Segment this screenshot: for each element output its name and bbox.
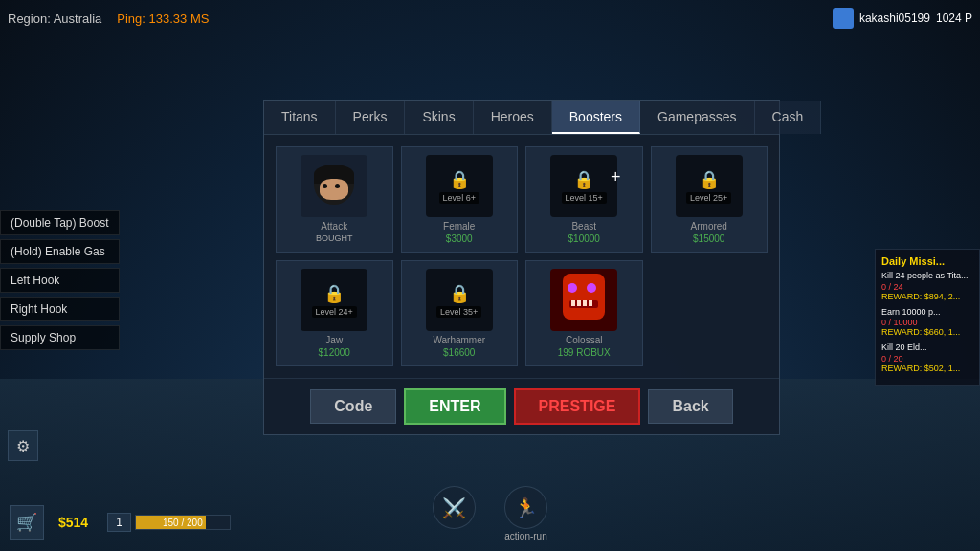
skin-name-attack: Attack bbox=[321, 221, 347, 231]
lock-icon-jaw: 🔒 bbox=[323, 283, 345, 304]
lock-overlay-warhammer: 🔒 Level 35+ bbox=[426, 269, 493, 331]
skin-card-armored[interactable]: 🔒 Level 25+ Armored $15000 bbox=[651, 146, 768, 253]
region-label: Region: Australia bbox=[8, 11, 101, 26]
gear-icon: ⚙ bbox=[16, 437, 30, 455]
level-badge: 1 bbox=[107, 513, 131, 532]
lock-level-beast: Level 15+ bbox=[562, 192, 607, 204]
back-button[interactable]: Back bbox=[648, 389, 732, 424]
action-run-label: action-run bbox=[504, 531, 547, 541]
mission-2-desc: Earn 10000 p... bbox=[881, 307, 973, 319]
skin-portrait-attack bbox=[301, 155, 368, 217]
lock-overlay-armored: 🔒 Level 25+ bbox=[676, 155, 743, 217]
settings-button[interactable]: ⚙ bbox=[8, 430, 38, 461]
xp-text: 150 / 200 bbox=[136, 516, 230, 529]
double-tap-boost-btn[interactable]: (Double Tap) Boost bbox=[0, 210, 120, 235]
mission-item-2: Earn 10000 p... 0 / 10000 REWARD: $660, … bbox=[881, 307, 973, 338]
lock-icon-female: 🔒 bbox=[449, 169, 470, 190]
player-score: 1024 P bbox=[936, 11, 972, 25]
player-info: kakashi05199 1024 P bbox=[833, 8, 972, 29]
tab-heroes[interactable]: Heroes bbox=[474, 101, 552, 134]
skin-name-beast: Beast bbox=[571, 221, 596, 231]
code-button[interactable]: Code bbox=[310, 389, 396, 424]
lock-overlay-beast: 🔒 Level 15+ bbox=[550, 155, 617, 217]
shop-modal: Titans Perks Skins Heroes Boosters Gamep… bbox=[263, 100, 780, 435]
skin-name-female: Female bbox=[443, 221, 475, 231]
server-info: Region: Australia Ping: 133.33 MS bbox=[8, 11, 209, 26]
tab-perks[interactable]: Perks bbox=[336, 101, 406, 134]
xp-section: 1 150 / 200 bbox=[107, 513, 231, 532]
skin-price-warhammer: $16600 bbox=[443, 347, 475, 358]
skin-portrait-armored: 🔒 Level 25+ bbox=[676, 155, 743, 217]
mission-1-desc: Kill 24 people as Tita... bbox=[881, 271, 973, 282]
skin-price-armored: $15000 bbox=[693, 233, 724, 244]
mission-2-progress: 0 / 10000 bbox=[881, 318, 973, 327]
top-bar: Region: Australia Ping: 133.33 MS kakash… bbox=[8, 8, 972, 29]
tab-cash[interactable]: Cash bbox=[755, 101, 822, 134]
tooth-2 bbox=[577, 300, 581, 306]
mission-1-progress: 0 / 24 bbox=[881, 282, 973, 292]
lock-overlay-jaw: 🔒 Level 24+ bbox=[301, 269, 368, 331]
shop-cart-icon: 🛒 bbox=[16, 512, 37, 533]
skin-card-female[interactable]: 🔒 Level 6+ Female $3000 bbox=[401, 146, 519, 253]
xp-bar: 150 / 200 bbox=[135, 515, 231, 530]
colossal-eye-left bbox=[568, 283, 577, 293]
mission-3-progress: 0 / 20 bbox=[881, 354, 973, 364]
ping-label: Ping: 133.33 MS bbox=[117, 11, 209, 26]
skin-portrait-jaw: 🔒 Level 24+ bbox=[301, 269, 368, 331]
tab-titans[interactable]: Titans bbox=[264, 101, 336, 134]
missions-title: Daily Missi... bbox=[881, 255, 973, 267]
tab-skins[interactable]: Skins bbox=[405, 101, 473, 134]
skin-portrait-beast: 🔒 Level 15+ bbox=[550, 155, 617, 217]
mission-3-reward: REWARD: $502, 1... bbox=[881, 364, 973, 373]
skin-price-female: $3000 bbox=[446, 233, 473, 244]
skin-card-warhammer[interactable]: 🔒 Level 35+ Warhammer $16600 bbox=[401, 260, 519, 366]
run-action-icon[interactable]: 🏃 bbox=[504, 486, 547, 529]
bottom-actions: ⚔️ 🏃 action-run bbox=[433, 486, 547, 541]
tooth-1 bbox=[571, 300, 575, 306]
skin-price-attack: BOUGHT bbox=[316, 233, 353, 243]
lock-level-armored: Level 25+ bbox=[686, 192, 731, 204]
right-hook-btn[interactable]: Right Hook bbox=[0, 297, 120, 321]
attack-skin bbox=[320, 179, 348, 200]
lock-level-jaw: Level 24+ bbox=[312, 306, 357, 318]
lock-overlay-female: 🔒 Level 6+ bbox=[426, 155, 493, 217]
skin-grid: Attack BOUGHT 🔒 Level 6+ Female $3000 🔒 … bbox=[264, 135, 779, 378]
shop-footer: Code ENTER PRESTIGE Back bbox=[264, 378, 779, 434]
skin-portrait-female: 🔒 Level 6+ bbox=[426, 155, 493, 217]
daily-missions-panel: Daily Missi... Kill 24 people as Tita...… bbox=[875, 249, 980, 386]
lock-level-warhammer: Level 35+ bbox=[436, 306, 481, 318]
sword-action-icon[interactable]: ⚔️ bbox=[433, 486, 476, 529]
attack-eye-right bbox=[335, 184, 340, 188]
skin-price-colossal: 199 ROBUX bbox=[558, 347, 611, 358]
skin-price-beast: $10000 bbox=[568, 233, 600, 244]
prestige-button[interactable]: PRESTIGE bbox=[514, 388, 641, 425]
skin-name-warhammer: Warhammer bbox=[433, 335, 485, 345]
tab-gamepasses[interactable]: Gamepasses bbox=[640, 101, 754, 134]
currency-display: $514 bbox=[58, 515, 88, 530]
lock-icon-warhammer: 🔒 bbox=[449, 283, 470, 304]
attack-eye-left bbox=[323, 184, 327, 188]
enter-button[interactable]: ENTER bbox=[404, 388, 505, 425]
skin-card-colossal[interactable]: Colossal 199 ROBUX bbox=[525, 260, 643, 366]
shop-icon-button[interactable]: 🛒 bbox=[10, 505, 44, 540]
hold-enable-gas-btn[interactable]: (Hold) Enable Gas bbox=[0, 239, 120, 264]
skin-name-armored: Armored bbox=[691, 221, 727, 231]
shop-tabs: Titans Perks Skins Heroes Boosters Gamep… bbox=[264, 101, 779, 135]
mission-3-desc: Kill 20 Eld... bbox=[881, 342, 973, 354]
left-hook-btn[interactable]: Left Hook bbox=[0, 268, 120, 293]
supply-shop-btn[interactable]: Supply Shop bbox=[0, 325, 120, 350]
player-name: kakashi05199 bbox=[859, 11, 930, 25]
colossal-eye-right bbox=[587, 283, 596, 293]
colossal-face bbox=[558, 272, 611, 329]
skin-card-attack[interactable]: Attack BOUGHT bbox=[276, 146, 393, 253]
tab-boosters[interactable]: Boosters bbox=[552, 101, 640, 134]
mission-1-reward: REWARD: $894, 2... bbox=[881, 292, 973, 301]
skin-card-jaw[interactable]: 🔒 Level 24+ Jaw $12000 bbox=[276, 260, 393, 366]
attack-face bbox=[308, 160, 361, 212]
skin-card-beast[interactable]: 🔒 Level 15+ Beast $10000 bbox=[525, 146, 643, 253]
player-avatar bbox=[833, 8, 854, 29]
colossal-head bbox=[563, 274, 605, 320]
skin-price-jaw: $12000 bbox=[319, 347, 350, 358]
skin-name-jaw: Jaw bbox=[325, 335, 343, 345]
skin-portrait-warhammer: 🔒 Level 35+ bbox=[426, 269, 493, 331]
